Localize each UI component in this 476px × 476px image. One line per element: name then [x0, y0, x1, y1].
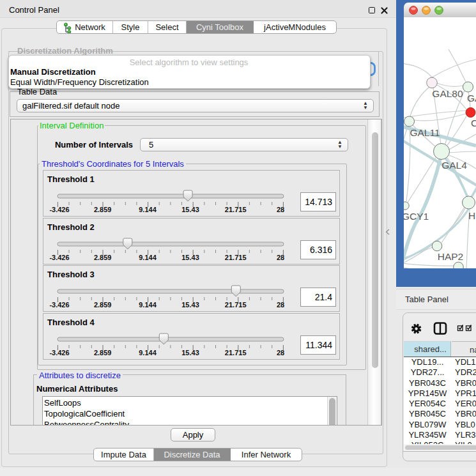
svg-text:GAL11: GAL11: [410, 127, 440, 138]
svg-text:H: H: [468, 210, 475, 221]
svg-text:GAL4: GAL4: [441, 160, 467, 171]
svg-text:HAP2: HAP2: [438, 251, 464, 262]
svg-text:GA: GA: [467, 93, 476, 104]
svg-text:GCY1: GCY1: [404, 211, 429, 222]
svg-text:C: C: [471, 118, 476, 128]
svg-text:GAL80: GAL80: [432, 88, 463, 99]
